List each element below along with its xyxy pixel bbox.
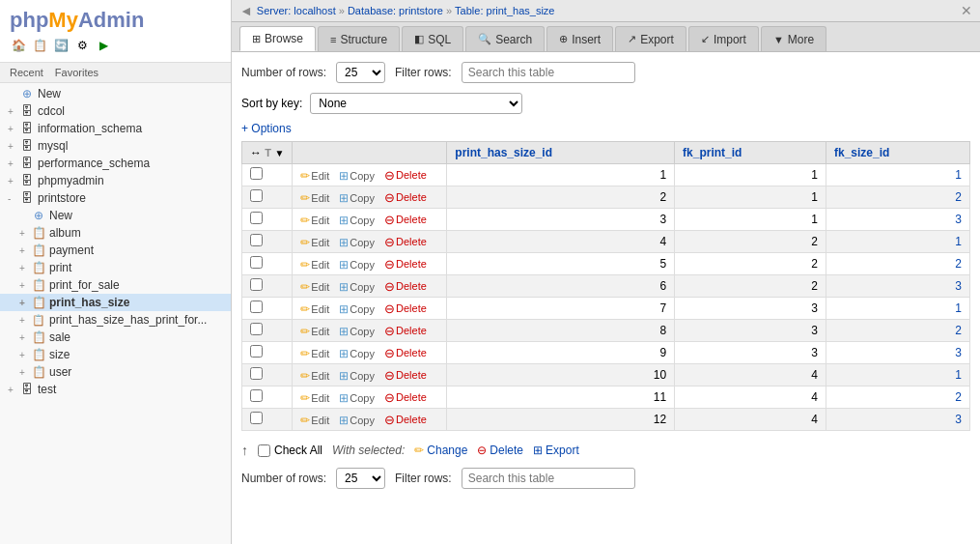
edit-button[interactable]: ✏ Edit: [300, 236, 329, 249]
sidebar-item-print-has-size[interactable]: + 📋 print_has_size: [0, 294, 231, 311]
delete-row-button[interactable]: ⊖ Delete: [384, 413, 427, 427]
home-icon[interactable]: 🏠: [10, 37, 27, 54]
col-link-fk-size-id[interactable]: fk_size_id: [834, 146, 889, 159]
delete-row-button[interactable]: ⊖ Delete: [384, 213, 427, 227]
row-checkbox[interactable]: [250, 323, 263, 335]
sidebar-item-print-for-sale[interactable]: + 📋 print_for_sale: [0, 276, 231, 294]
sidebar-item-cdcol[interactable]: + 🗄 cdcol: [0, 102, 231, 120]
copy-button[interactable]: ⊞ Copy: [339, 325, 375, 338]
sidebar-item-print[interactable]: + 📋 print: [0, 259, 231, 276]
delete-button[interactable]: ⊖ Delete: [477, 444, 523, 457]
edit-button[interactable]: ✏ Edit: [300, 302, 329, 316]
delete-row-button[interactable]: ⊖ Delete: [384, 368, 427, 383]
settings-icon[interactable]: ⚙: [73, 37, 91, 54]
row-checkbox[interactable]: [250, 256, 263, 269]
rows-select-bottom[interactable]: 25 50 100: [336, 468, 385, 489]
row-checkbox[interactable]: [250, 301, 263, 313]
tab-browse[interactable]: ⊞ Browse: [239, 26, 316, 51]
row-checkbox[interactable]: [250, 234, 263, 246]
options-link[interactable]: + Options: [241, 122, 292, 135]
tab-insert[interactable]: ⊕ Insert: [546, 26, 613, 51]
tab-more[interactable]: ▼ More: [761, 26, 826, 51]
db-link[interactable]: Database: printstore: [348, 5, 443, 16]
edit-button[interactable]: ✏ Edit: [300, 280, 329, 294]
copy-button[interactable]: ⊞ Copy: [339, 347, 375, 360]
row-checkbox[interactable]: [250, 345, 263, 358]
sidebar-item-size[interactable]: + 📋 size: [0, 346, 231, 363]
copy-button[interactable]: ⊞ Copy: [339, 302, 375, 316]
delete-row-button[interactable]: ⊖ Delete: [384, 301, 427, 316]
row-checkbox[interactable]: [250, 412, 263, 424]
copy-button[interactable]: ⊞ Copy: [339, 280, 375, 294]
tab-sql[interactable]: ◧ SQL: [402, 26, 463, 51]
sort-select[interactable]: None: [310, 93, 522, 114]
row-checkbox[interactable]: [250, 189, 263, 202]
sidebar-item-sale[interactable]: + 📋 sale: [0, 329, 231, 346]
edit-button[interactable]: ✏ Edit: [300, 347, 329, 360]
server-link[interactable]: Server: localhost: [257, 5, 336, 16]
edit-button[interactable]: ✏ Edit: [300, 391, 329, 405]
rows-select[interactable]: 25 50 100: [336, 62, 385, 83]
tab-structure[interactable]: ≡ Structure: [318, 26, 400, 51]
search-input-top[interactable]: [462, 62, 635, 83]
edit-button[interactable]: ✏ Edit: [300, 325, 329, 338]
scroll-top-icon[interactable]: ↑: [241, 443, 248, 458]
search-input-bottom[interactable]: [462, 468, 635, 489]
recent-icon[interactable]: 📋: [31, 37, 48, 54]
row-checkbox[interactable]: [250, 167, 263, 180]
copy-button[interactable]: ⊞ Copy: [339, 191, 375, 205]
sidebar-item-payment[interactable]: + 📋 payment: [0, 242, 231, 259]
delete-row-button[interactable]: ⊖ Delete: [384, 257, 427, 272]
refresh-icon[interactable]: 🔄: [52, 37, 70, 54]
sidebar-item-performance-schema[interactable]: + 🗄 performance_schema: [0, 155, 231, 172]
export-button[interactable]: ⊞ Export: [533, 444, 579, 457]
tab-import[interactable]: ↙ Import: [688, 26, 759, 51]
tab-search[interactable]: 🔍 Search: [465, 26, 545, 51]
sidebar-item-printstore[interactable]: - 🗄 printstore: [0, 189, 231, 207]
copy-button[interactable]: ⊞ Copy: [339, 258, 375, 272]
recent-link[interactable]: Recent: [10, 67, 43, 78]
delete-row-button[interactable]: ⊖ Delete: [384, 324, 427, 338]
close-button[interactable]: ✕: [961, 3, 972, 18]
col-link-print-has-size-id[interactable]: print_has_size_id: [455, 146, 552, 159]
copy-button[interactable]: ⊞ Copy: [339, 391, 375, 405]
sidebar-item-new-top[interactable]: ⊕ New: [0, 85, 231, 102]
sidebar-item-print-has-size-has-print-for[interactable]: + 📋 print_has_size_has_print_for...: [0, 311, 231, 329]
edit-button[interactable]: ✏ Edit: [300, 369, 329, 383]
edit-button[interactable]: ✏ Edit: [300, 169, 329, 183]
sidebar-item-mysql[interactable]: + 🗄 mysql: [0, 137, 231, 155]
sidebar-item-user[interactable]: + 📋 user: [0, 363, 231, 381]
edit-button[interactable]: ✏ Edit: [300, 191, 329, 205]
edit-button[interactable]: ✏ Edit: [300, 258, 329, 272]
favorites-link[interactable]: Favorites: [55, 67, 98, 78]
sidebar-item-phpmyadmin[interactable]: + 🗄 phpmyadmin: [0, 172, 231, 189]
sidebar-item-test[interactable]: + 🗄 test: [0, 381, 231, 398]
delete-row-button[interactable]: ⊖ Delete: [384, 235, 427, 249]
delete-row-button[interactable]: ⊖ Delete: [384, 168, 427, 183]
sidebar-item-new-printstore[interactable]: ⊕ New: [0, 207, 231, 224]
help-icon[interactable]: ▶: [95, 37, 112, 54]
row-checkbox[interactable]: [250, 389, 263, 402]
copy-button[interactable]: ⊞ Copy: [339, 414, 375, 427]
copy-button[interactable]: ⊞ Copy: [339, 214, 375, 227]
delete-row-button[interactable]: ⊖ Delete: [384, 190, 427, 205]
change-button[interactable]: ✏ Change: [414, 444, 467, 457]
back-button[interactable]: ◄: [239, 3, 253, 18]
edit-button[interactable]: ✏ Edit: [300, 214, 329, 227]
sidebar-item-information-schema[interactable]: + 🗄 information_schema: [0, 120, 231, 137]
copy-button[interactable]: ⊞ Copy: [339, 369, 375, 383]
edit-button[interactable]: ✏ Edit: [300, 414, 329, 427]
delete-row-button[interactable]: ⊖ Delete: [384, 390, 427, 405]
copy-button[interactable]: ⊞ Copy: [339, 169, 375, 183]
delete-row-button[interactable]: ⊖ Delete: [384, 279, 427, 294]
tab-export[interactable]: ↗ Export: [615, 26, 686, 51]
row-checkbox[interactable]: [250, 212, 263, 224]
check-all-checkbox[interactable]: [258, 444, 270, 457]
sidebar-item-album[interactable]: + 📋 album: [0, 224, 231, 242]
row-checkbox[interactable]: [250, 367, 263, 380]
copy-button[interactable]: ⊞ Copy: [339, 236, 375, 249]
delete-row-button[interactable]: ⊖ Delete: [384, 346, 427, 360]
col-link-fk-print-id[interactable]: fk_print_id: [683, 146, 742, 159]
table-link[interactable]: Table: print_has_size: [455, 5, 554, 16]
row-checkbox[interactable]: [250, 278, 263, 291]
